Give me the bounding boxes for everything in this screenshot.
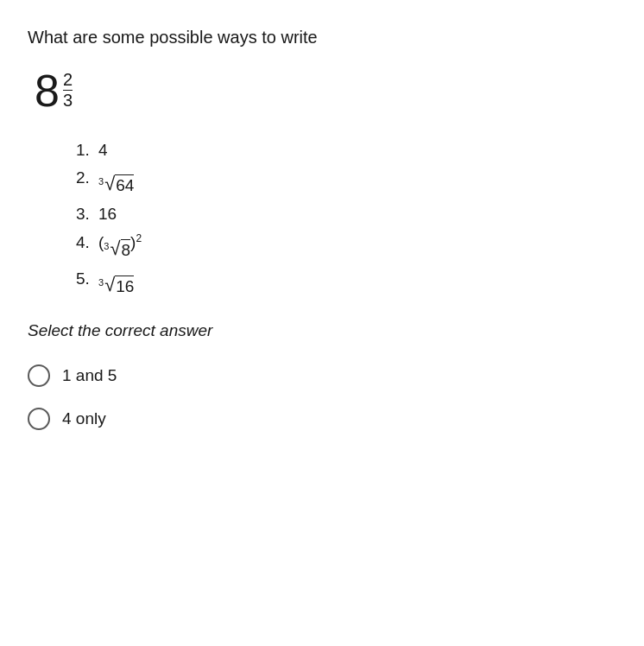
answer-label-1and5: 1 and 5: [62, 366, 117, 385]
radical-expression: 3 √ 16: [98, 276, 134, 297]
fraction-denominator: 3: [63, 91, 73, 110]
option-number: 5.: [76, 269, 93, 288]
mixed-number-fraction: 2 3: [63, 70, 73, 110]
options-list: 1. 4 2. 3 √ 64 3. 16 4. ( 3 √ 8 )2 5. 3 …: [76, 141, 616, 297]
select-label: Select the correct answer: [28, 321, 616, 340]
answer-options: 1 and 5 4 only: [28, 364, 616, 430]
radical-expression: 3 √ 8: [104, 239, 130, 261]
mixed-number-whole: 8: [35, 68, 60, 113]
list-item: 1. 4: [76, 141, 616, 160]
option-number: 1.: [76, 141, 93, 160]
radical-expression: 3 √ 64: [98, 174, 134, 196]
radical-index: 3: [98, 277, 104, 288]
radio-button-1and5[interactable]: [28, 364, 50, 387]
option-value: 16: [98, 205, 117, 224]
list-item: 4. ( 3 √ 8 )2: [76, 232, 616, 261]
list-item: 2. 3 √ 64: [76, 168, 616, 196]
answer-option-1and5[interactable]: 1 and 5: [28, 364, 616, 387]
mixed-number: 8 2 3: [35, 68, 616, 113]
radical-content: 16: [115, 276, 134, 297]
option-value: 4: [98, 141, 108, 160]
radical-index: 3: [104, 241, 109, 251]
radical-sign: √: [104, 174, 115, 193]
option-number: 4.: [76, 233, 93, 252]
list-item: 3. 16: [76, 205, 616, 224]
radical-sign: √: [104, 276, 115, 294]
radical-content: 8: [121, 239, 131, 261]
option-number: 3.: [76, 205, 93, 224]
option-value: ( 3 √ 8 )2: [98, 232, 142, 261]
answer-label-4only: 4 only: [62, 409, 106, 428]
radical-content: 64: [115, 174, 134, 196]
radical-index: 3: [98, 176, 104, 187]
superscript: 2: [136, 232, 142, 244]
list-item: 5. 3 √ 16: [76, 269, 616, 297]
radio-button-4only[interactable]: [28, 408, 50, 430]
fraction-numerator: 2: [63, 70, 73, 91]
answer-option-4only[interactable]: 4 only: [28, 408, 616, 430]
question-text: What are some possible ways to write: [28, 28, 616, 48]
option-number: 2.: [76, 168, 93, 187]
radical-sign: √: [110, 239, 120, 258]
